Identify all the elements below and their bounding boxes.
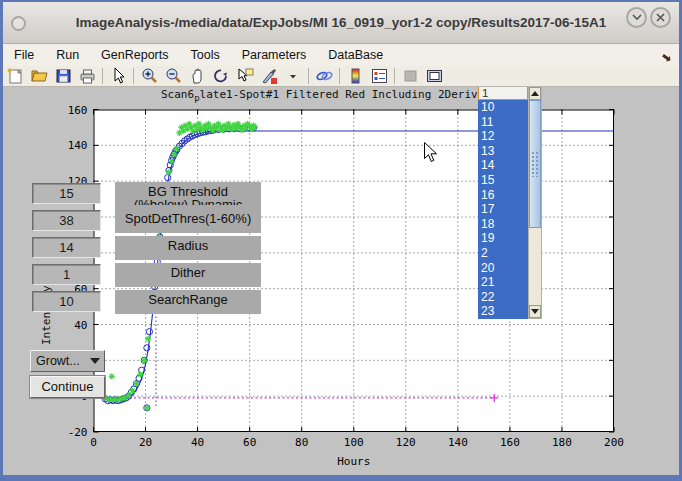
param-label-text: SpotDetThres(1-60%) [115,212,261,225]
menu-item-parameters[interactable]: Parameters [231,48,318,62]
toolbar [3,66,679,87]
svg-text:40: 40 [74,319,87,332]
show-plot-tools-icon[interactable] [422,67,446,85]
spot-list-item-14[interactable]: 14 [478,158,528,173]
svg-text:200: 200 [604,436,624,449]
pointer-icon[interactable] [106,67,130,85]
hide-plot-tools-icon[interactable] [398,67,422,85]
continue-button[interactable]: Continue [30,376,105,398]
menu-item-file[interactable]: File [3,48,45,62]
param-input-searchrange[interactable]: 10 [32,291,101,312]
param-input-dither[interactable]: 1 [32,264,101,285]
scrollbar-track[interactable] [529,100,541,305]
menu-item-database[interactable]: DataBase [317,48,394,62]
param-label-bg-threshold[interactable]: BG Threshold(%below) Dynamic [115,182,261,209]
param-label-searchrange[interactable]: SearchRange [115,290,261,314]
spot-list-item-2[interactable]: 2 [478,246,528,261]
param-label-text: BG Threshold [115,185,261,198]
window-menu-icon[interactable] [11,16,26,31]
param-input-spotdetthres-1-60-[interactable]: 38 [32,210,101,231]
link-plots-icon[interactable] [312,67,336,85]
spot-number-selector: 1 10111213141516171819220212223 [478,86,542,319]
svg-text:Hours: Hours [337,455,370,468]
window-title: ImageAnalysis-/media/data/ExpJobs/MI 16_… [3,15,679,30]
toolbar-separator [102,68,103,84]
svg-text:140: 140 [68,139,88,152]
spot-list-item-15[interactable]: 15 [478,173,528,188]
param-label-radius[interactable]: Radius [115,236,261,260]
param-label-text-2: (%below) Dynamic [115,198,261,205]
save-icon[interactable] [51,67,75,85]
svg-text:40: 40 [191,436,204,449]
param-label-text: Radius [115,239,261,252]
toolbar-separator [339,68,340,84]
thumb-grip-icon [531,151,539,177]
pan-hand-icon[interactable] [185,67,209,85]
rotate-3d-icon[interactable] [209,67,233,85]
spot-list-item-11[interactable]: 11 [478,115,528,130]
menu-item-tools[interactable]: Tools [180,48,231,62]
toolbar-separator [133,68,134,84]
spot-list-item-19[interactable]: 19 [478,231,528,246]
spot-list-item-23[interactable]: 23 [478,304,528,319]
svg-text:160: 160 [68,104,88,117]
insert-legend-icon[interactable] [367,67,391,85]
menu-item-genreports[interactable]: GenReports [90,48,179,62]
triangle-up-icon [531,91,539,96]
menu-item-run[interactable]: Run [45,48,90,62]
spot-selector-list: 10111213141516171819220212223 [478,100,528,319]
window-border-left [0,0,3,481]
spot-list-item-20[interactable]: 20 [478,261,528,276]
svg-text:60: 60 [243,436,256,449]
rollup-button[interactable] [626,7,647,28]
param-label-spotdetthres-1-60-[interactable]: SpotDetThres(1-60%) [115,209,261,233]
dropdown-arrow-icon [90,358,100,364]
triangle-down-icon [531,309,539,314]
svg-text:140: 140 [448,436,468,449]
toolbar-separator [394,68,395,84]
chevron-down-icon [632,14,642,21]
new-document-icon[interactable] [3,67,27,85]
svg-text:0: 0 [90,436,97,449]
brush-dropdown-icon[interactable] [281,67,305,85]
zoom-out-icon[interactable] [161,67,185,85]
spot-list-item-10[interactable]: 10 [478,100,528,115]
scrollbar-thumb[interactable] [529,100,541,228]
spot-list-item-12[interactable]: 12 [478,129,528,144]
spot-list-item-13[interactable]: 13 [478,144,528,159]
close-button[interactable] [650,7,671,28]
svg-text:20: 20 [139,436,152,449]
brush-icon[interactable] [257,67,281,85]
svg-text:-20: -20 [68,426,88,439]
spot-list-item-16[interactable]: 16 [478,188,528,203]
window-border-bottom[interactable] [0,475,682,481]
scroll-down-button[interactable] [529,305,541,318]
spot-list-item-21[interactable]: 21 [478,275,528,290]
insert-colorbar-icon[interactable] [343,67,367,85]
close-icon [656,13,665,22]
spot-list-item-22[interactable]: 22 [478,290,528,305]
scroll-up-button[interactable] [529,87,541,100]
data-cursor-icon[interactable] [233,67,257,85]
app-window: ImageAnalysis-/media/data/ExpJobs/MI 16_… [0,0,682,481]
titlebar[interactable]: ImageAnalysis-/media/data/ExpJobs/MI 16_… [3,0,679,44]
param-input-bg-threshold[interactable]: 15 [32,183,101,204]
menu-overflow-icon[interactable] [661,49,671,67]
svg-text:120: 120 [396,436,416,449]
svg-text:160: 160 [500,436,520,449]
param-label-text: Dither [115,266,261,279]
spot-selector-value[interactable]: 1 [478,86,528,100]
mouse-cursor [424,142,438,163]
param-label-text: SearchRange [115,293,261,306]
growth-model-dropdown[interactable]: Growt... [30,350,105,372]
print-icon[interactable] [75,67,99,85]
growth-dropdown-label: Growt... [31,354,90,368]
param-label-dither[interactable]: Dither [115,263,261,287]
zoom-in-icon[interactable] [137,67,161,85]
spot-list-item-17[interactable]: 17 [478,202,528,217]
param-input-radius[interactable]: 14 [32,237,101,258]
spot-list-item-18[interactable]: 18 [478,217,528,232]
open-folder-icon[interactable] [27,67,51,85]
menubar: FileRunGenReportsToolsParametersDataBase [3,44,679,67]
spot-list-scrollbar[interactable] [528,86,542,319]
